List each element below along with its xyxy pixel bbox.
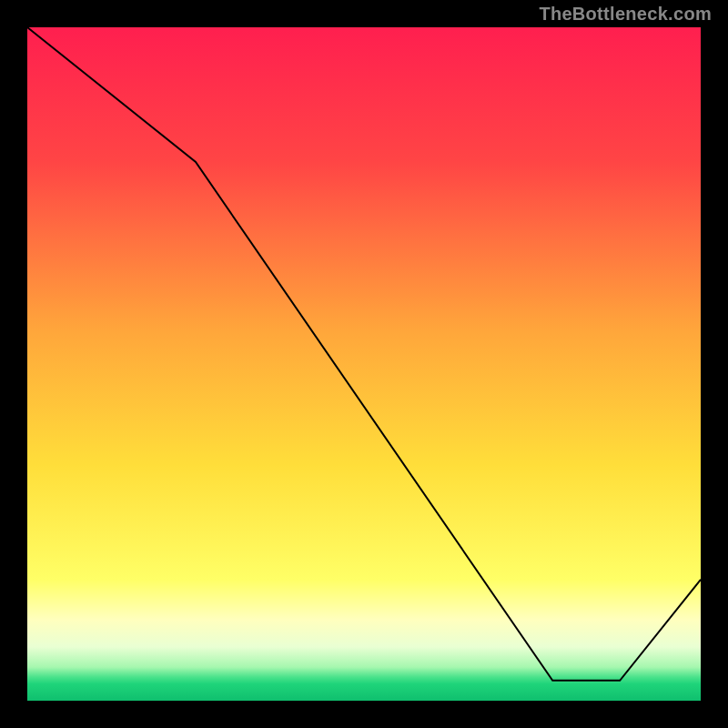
chart-frame: TheBottleneck.com xyxy=(0,0,728,728)
plot-area xyxy=(27,27,701,701)
gradient-rect xyxy=(27,27,701,701)
watermark-text: TheBottleneck.com xyxy=(539,4,712,25)
chart-svg xyxy=(27,27,701,701)
